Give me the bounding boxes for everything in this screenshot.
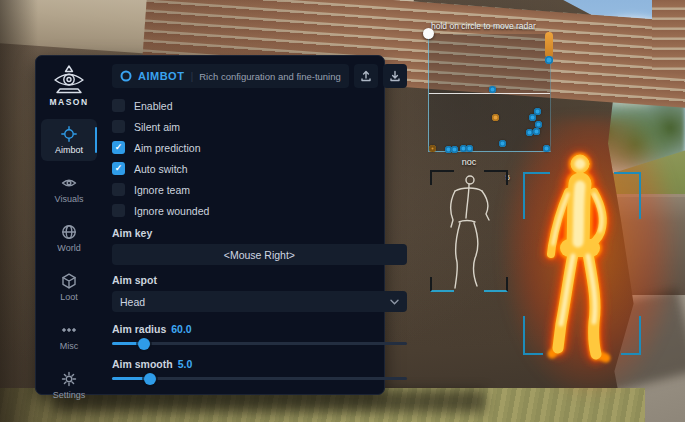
radar-dot-blue	[466, 145, 473, 152]
sidebar-item-label: Visuals	[55, 194, 84, 204]
aim-radius-slider[interactable]	[112, 342, 407, 345]
radar-dot-blue	[543, 145, 550, 152]
radar-marker-dot	[545, 56, 553, 64]
eye-icon	[61, 175, 77, 191]
sidebar: MASON Aimbot Visuals World	[36, 56, 102, 394]
check-icon: ✓	[115, 143, 123, 152]
sidebar-item-label: Aimbot	[55, 145, 83, 155]
sidebar-item-label: Loot	[60, 292, 78, 302]
checkbox-label: Auto switch	[134, 163, 188, 175]
sidebar-item-aimbot[interactable]: Aimbot	[41, 119, 97, 161]
slider-label: Aim smooth	[112, 358, 173, 370]
left-shadow	[0, 0, 38, 422]
radar-horizon-line	[429, 93, 550, 94]
game-screen: noc 5 hold on circle to move radar	[0, 0, 685, 422]
checkbox-box[interactable]: ✓	[112, 204, 125, 217]
slider-value: 60.0	[171, 323, 191, 335]
title-separator: |	[190, 70, 193, 82]
esp-corner-bottom-left	[523, 316, 543, 355]
checkbox-silent-aim[interactable]: ✓ Silent aim	[112, 116, 407, 137]
export-config-button[interactable]	[354, 64, 378, 88]
aim-key-button[interactable]: <Mouse Right>	[112, 244, 407, 265]
checkbox-label: Aim prediction	[134, 142, 201, 154]
checkbox-auto-switch[interactable]: ✓ Auto switch	[112, 158, 407, 179]
globe-icon	[61, 224, 77, 240]
skeleton-esp	[432, 172, 506, 290]
cheat-menu-panel: MASON Aimbot Visuals World	[35, 55, 385, 395]
slider-label: Aim radius	[112, 323, 166, 335]
esp-corner-top-left	[523, 172, 550, 219]
sidebar-item-loot[interactable]: Loot	[41, 266, 97, 308]
checkbox-box[interactable]: ✓	[112, 99, 125, 112]
radar-dot-blue	[526, 129, 533, 136]
checkbox-label: Ignore team	[134, 184, 190, 196]
aim-spot-value: Head	[120, 296, 145, 308]
download-icon	[389, 70, 401, 82]
section-title: AIMBOT	[138, 70, 184, 82]
radar-drag-handle[interactable]	[423, 28, 434, 39]
aim-key-label: Aim key	[112, 227, 407, 239]
chevron-down-icon	[390, 299, 399, 305]
esp-corner-bottom-right	[621, 316, 641, 355]
brand-name: MASON	[49, 97, 88, 107]
radar-dot-blue	[535, 121, 542, 128]
section-subtitle: Rich configuration and fine-tuning	[199, 71, 341, 82]
aim-smooth-slider[interactable]	[112, 377, 407, 380]
sidebar-item-label: Misc	[60, 341, 79, 351]
player-esp-box	[523, 172, 641, 355]
aim-smooth-header: Aim smooth 5.0	[112, 358, 407, 370]
crosshair-icon	[61, 126, 77, 142]
radar-dot-blue	[451, 146, 458, 153]
radar-dot-blue	[533, 128, 540, 135]
skeleton-esp-box: noc 5	[430, 170, 508, 292]
checkbox-ignore-team[interactable]: ✓ Ignore team	[112, 179, 407, 200]
sidebar-item-visuals[interactable]: Visuals	[41, 168, 97, 210]
check-icon: ✓	[115, 164, 123, 173]
checkbox-box[interactable]: ✓	[112, 120, 125, 133]
radar-marker-capsule	[545, 32, 553, 58]
radar-dot-blue	[489, 86, 496, 93]
slider-thumb[interactable]	[144, 373, 156, 385]
checkbox-label: Enabled	[134, 100, 173, 112]
brand-logo: MASON	[49, 64, 88, 107]
checkbox-label: Ignore wounded	[134, 205, 209, 217]
ellipsis-icon	[61, 322, 77, 338]
checkbox-enabled[interactable]: ✓ Enabled	[112, 95, 407, 116]
sidebar-item-label: Settings	[53, 390, 86, 400]
section-title-bar: AIMBOT | Rich configuration and fine-tun…	[112, 64, 349, 88]
aim-radius-header: Aim radius 60.0	[112, 323, 407, 335]
radar-dot-blue	[534, 108, 541, 115]
slider-thumb[interactable]	[138, 338, 150, 350]
sidebar-item-label: World	[57, 243, 80, 253]
esp-corner-top-right	[614, 172, 641, 219]
aim-spot-label: Aim spot	[112, 274, 407, 286]
radar-dot-orangex	[429, 145, 436, 152]
radar-widget[interactable]: hold on circle to move radar	[428, 34, 551, 152]
esp-player-name: noc	[430, 157, 508, 167]
gear-icon	[61, 371, 77, 387]
radar-dot-blue	[529, 114, 536, 121]
sidebar-item-world[interactable]: World	[41, 217, 97, 259]
checkbox-box[interactable]: ✓	[112, 162, 125, 175]
loot-box-icon	[61, 273, 77, 289]
section-header: AIMBOT | Rich configuration and fine-tun…	[112, 64, 407, 88]
sidebar-item-misc[interactable]: Misc	[41, 315, 97, 357]
checkbox-aim-prediction[interactable]: ✓ Aim prediction	[112, 137, 407, 158]
mason-eye-icon	[51, 64, 87, 94]
upload-icon	[360, 70, 372, 82]
radar-dot-blue	[499, 140, 506, 147]
checkbox-box[interactable]: ✓	[112, 183, 125, 196]
import-config-button[interactable]	[383, 64, 407, 88]
aim-spot-select[interactable]: Head	[112, 291, 407, 312]
radar-dot-orange	[492, 114, 499, 121]
brick-pillar	[652, 0, 685, 72]
checkbox-box[interactable]: ✓	[112, 141, 125, 154]
checkbox-label: Silent aim	[134, 121, 180, 133]
radar-hint-text: hold on circle to move radar	[431, 21, 536, 31]
sidebar-item-settings[interactable]: Settings	[41, 364, 97, 406]
panel-content: AIMBOT | Rich configuration and fine-tun…	[102, 56, 418, 394]
ring-icon	[120, 70, 132, 82]
slider-value: 5.0	[178, 358, 193, 370]
checkbox-ignore-wounded[interactable]: ✓ Ignore wounded	[112, 200, 407, 221]
